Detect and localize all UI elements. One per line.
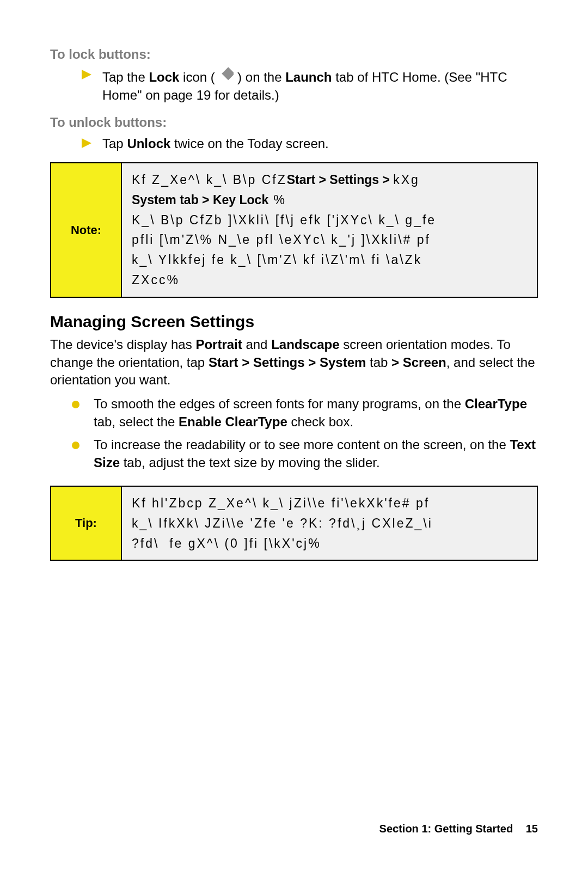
text-fragment: tab, select the	[94, 414, 179, 429]
triangle-bullet-icon	[82, 138, 91, 148]
round-bullet-icon	[72, 442, 79, 449]
text-fragment: kXg	[393, 173, 425, 187]
text-bold: ClearType	[465, 396, 527, 411]
text-fragment: Kf Z_Xe^\ k_\ B\p CfZ	[132, 173, 287, 187]
text-fragment: Tap the	[102, 70, 149, 84]
page-footer: Section 1: Getting Started 15	[379, 822, 538, 836]
tip-callout: Tip: Kf hl'Zbcp Z_Xe^\ k_\ jZi\\e fi'\ek…	[50, 486, 538, 561]
text-bold: Landscape	[271, 337, 339, 352]
text-bold: Enable ClearType	[179, 414, 287, 429]
text-bold: Unlock	[127, 136, 170, 151]
lock-procedure-text: Tap the Lock icon ( ) on the Launch tab …	[102, 66, 538, 104]
text-fragment: K_\ B\p CfZb ]\Xkli\ [f\j efk ['jXYc\ k_…	[132, 213, 436, 287]
lock-procedure-item: Tap the Lock icon ( ) on the Launch tab …	[50, 66, 538, 104]
text-bold: Portrait	[195, 337, 242, 352]
text-fragment: %	[268, 193, 286, 207]
note-callout: Note: Kf Z_Xe^\ k_\ B\p CfZStart > Setti…	[50, 162, 538, 298]
text-bold: Lock	[149, 70, 179, 84]
tip-label: Tip:	[51, 487, 122, 560]
text-fragment: To increase the readability or to see mo…	[94, 437, 510, 452]
text-fragment: ) on the	[234, 70, 285, 84]
footer-page-number: 15	[526, 823, 538, 835]
cleartype-bullet-item: To smooth the edges of screen fonts for …	[50, 395, 538, 431]
text-fragment: The device's display has	[50, 337, 195, 352]
svg-rect-1	[222, 68, 234, 81]
unlock-procedure-text: Tap Unlock twice on the Today screen.	[102, 135, 538, 152]
text-fragment: tab, adjust the text size by moving the …	[120, 455, 380, 470]
textsize-bullet-item: To increase the readability or to see mo…	[50, 436, 538, 471]
round-bullet-icon	[72, 401, 79, 408]
footer-section-label: Section 1: Getting Started	[379, 823, 513, 835]
lock-diamond-icon	[218, 66, 234, 82]
note-label: Note:	[51, 163, 122, 297]
svg-marker-0	[82, 70, 91, 79]
nav-path: Start > Settings >	[287, 173, 394, 187]
tip-body: Kf hl'Zbcp Z_Xe^\ k_\ jZi\\e fi'\ekXk'fe…	[122, 487, 537, 560]
text-fragment: Tap	[102, 136, 127, 151]
unlock-procedure-item: Tap Unlock twice on the Today screen.	[50, 135, 538, 152]
text-bold: > Screen	[391, 355, 446, 370]
text-fragment: check box.	[287, 414, 353, 429]
triangle-bullet-icon	[82, 70, 91, 79]
note-body: Kf Z_Xe^\ k_\ B\p CfZStart > Settings > …	[122, 163, 537, 297]
text-bold: Launch	[285, 70, 332, 84]
cleartype-text: To smooth the edges of screen fonts for …	[94, 395, 538, 431]
text-bold: Start > Settings > System	[209, 355, 366, 370]
nav-path: System tab > Key Lock	[132, 193, 268, 207]
textsize-text: To increase the readability or to see mo…	[94, 436, 538, 471]
text-fragment: and	[242, 337, 271, 352]
text-fragment: twice on the Today screen.	[170, 136, 328, 151]
screen-settings-paragraph: The device's display has Portrait and La…	[50, 336, 538, 389]
lock-buttons-heading: To lock buttons:	[50, 46, 538, 63]
text-fragment: icon (	[179, 70, 218, 84]
unlock-buttons-heading: To unlock buttons:	[50, 114, 538, 131]
managing-screen-settings-heading: Managing Screen Settings	[50, 311, 538, 333]
text-fragment: tab	[366, 355, 391, 370]
text-fragment: To smooth the edges of screen fonts for …	[94, 396, 465, 411]
svg-marker-2	[82, 138, 91, 148]
